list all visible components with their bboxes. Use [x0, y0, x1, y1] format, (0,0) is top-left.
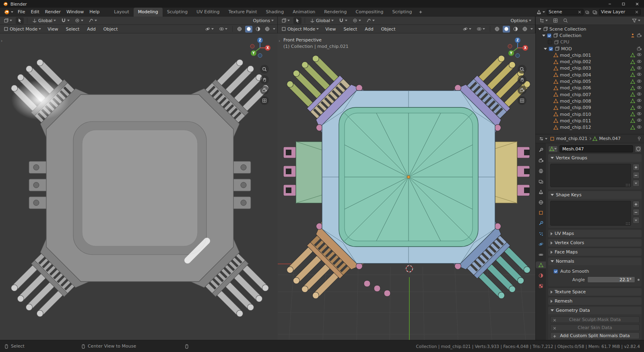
snap-toggle[interactable]	[60, 17, 71, 24]
unlink-scene-icon[interactable]	[578, 10, 582, 14]
panel-uv-maps[interactable]: UV Maps	[548, 230, 642, 237]
falloff-dropdown[interactable]	[365, 17, 376, 24]
proportional-editing-toggle[interactable]	[73, 17, 85, 24]
gizmos-dropdown[interactable]	[204, 26, 215, 33]
shading-wireframe-button[interactable]	[493, 26, 501, 33]
new-scene-button[interactable]	[584, 8, 591, 15]
add-workspace-button[interactable]	[416, 8, 425, 16]
mesh-name-field[interactable]: Mesh.047	[559, 145, 633, 152]
browse-mesh-data-button[interactable]	[548, 146, 558, 152]
disable-in-renders-icon[interactable]	[637, 46, 642, 51]
fake-user-button[interactable]	[635, 146, 642, 152]
editor-type-button[interactable]	[280, 17, 291, 24]
options-dropdown[interactable]: Options	[509, 17, 533, 24]
outliner-item-collection[interactable]: Collection	[536, 32, 644, 39]
remove-vertex-group-button[interactable]	[633, 172, 640, 179]
outliner-item-mod-chip[interactable]: mod_chip.008	[536, 98, 644, 104]
panel-vertex-colors[interactable]: Vertex Colors	[548, 239, 642, 247]
ortho-toggle-button[interactable]	[260, 96, 269, 105]
scene-browse-button[interactable]	[535, 8, 547, 15]
tab-texture-paint[interactable]: Texture Paint	[224, 8, 262, 16]
ortho-toggle-button[interactable]	[518, 96, 526, 105]
pan-hand-button[interactable]	[518, 75, 526, 84]
breadcrumb-data-name[interactable]: Mesh.047	[599, 136, 620, 141]
pin-id-icon[interactable]	[637, 136, 642, 141]
zoom-button[interactable]	[260, 65, 269, 74]
editor-type-button[interactable]	[538, 135, 548, 142]
pan-hand-button[interactable]	[260, 75, 269, 84]
menu-select[interactable]: Select	[341, 25, 360, 33]
tab-compositing[interactable]: Compositing	[351, 8, 388, 16]
tab-object[interactable]	[536, 209, 546, 216]
panel-shape-keys[interactable]: Shape Keys	[548, 191, 642, 199]
minimize-button[interactable]	[603, 0, 617, 8]
angle-slider[interactable]: 22.1°	[587, 276, 635, 283]
menu-select[interactable]: Select	[63, 25, 82, 33]
add-shape-key-button[interactable]	[633, 201, 640, 208]
outliner-item-mod-chip[interactable]: mod_chip.004	[536, 72, 644, 78]
shading-material-button[interactable]	[512, 26, 519, 33]
tab-texture[interactable]	[536, 282, 546, 289]
add-custom-split-normals-button[interactable]: Add Custom Split Normals Data	[550, 332, 640, 339]
tab-render[interactable]	[536, 157, 546, 164]
tab-scene[interactable]	[536, 188, 546, 195]
tab-particles[interactable]	[536, 230, 546, 237]
tab-shading[interactable]: Shading	[262, 8, 289, 16]
tab-uv-editing[interactable]: UV Editing	[192, 8, 224, 16]
menu-help[interactable]: Help	[87, 8, 102, 16]
view-layer-browse-button[interactable]	[591, 8, 599, 15]
shading-rendered-button[interactable]	[521, 26, 528, 33]
tab-output[interactable]	[536, 167, 546, 174]
filter-button[interactable]	[630, 17, 642, 24]
menu-edit[interactable]: Edit	[28, 8, 42, 16]
list-resize-grip[interactable]	[626, 184, 627, 185]
camera-view-button[interactable]	[518, 86, 526, 95]
overlays-dropdown[interactable]	[217, 26, 229, 33]
hide-in-viewport-eye-icon[interactable]	[637, 112, 642, 117]
panel-geometry-data[interactable]: Geometry Data	[548, 307, 642, 314]
outliner-item-mod-chip[interactable]: mod_chip.012	[536, 124, 644, 130]
hide-in-viewport-eye-icon[interactable]	[637, 66, 642, 71]
transform-orientation-dropdown[interactable]: Global	[308, 17, 335, 24]
panel-texture-space[interactable]: Texture Space	[548, 288, 642, 296]
view-layer-selector[interactable]: View Layer	[599, 9, 641, 15]
panel-face-maps[interactable]: Face Maps	[548, 248, 642, 256]
transform-orientation-dropdown[interactable]: Global	[31, 17, 58, 24]
hide-in-viewport-eye-icon[interactable]	[637, 60, 642, 64]
menu-render[interactable]: Render	[42, 8, 64, 16]
tab-modeling[interactable]: Modeling	[134, 8, 163, 16]
tab-scripting[interactable]: Scripting	[388, 8, 416, 16]
outliner-item-mod-chip[interactable]: mod_chip.002	[536, 58, 644, 65]
add-vertex-group-button[interactable]	[633, 164, 640, 171]
navigation-gizmo[interactable]: Z Y X	[506, 37, 529, 59]
tab-layout[interactable]: Layout	[109, 8, 133, 16]
menu-add[interactable]: Add	[84, 25, 98, 33]
zoom-button[interactable]	[518, 65, 526, 74]
outliner-item-mod-chip[interactable]: mod_chip.006	[536, 85, 644, 91]
mode-dropdown[interactable]: Object Mode	[2, 26, 43, 33]
list-resize-grip[interactable]	[626, 222, 627, 223]
tab-tool[interactable]	[536, 146, 546, 153]
outliner-search-button[interactable]	[561, 17, 570, 24]
tab-rendering[interactable]: Rendering	[320, 8, 351, 16]
viewport-canvas-right[interactable]: › Front Perspective (1) Collection | mod…	[278, 33, 535, 340]
menu-view[interactable]: View	[322, 25, 339, 33]
hide-in-viewport-eye-icon[interactable]	[637, 53, 642, 58]
hide-in-viewport-eye-icon[interactable]	[637, 72, 642, 77]
navigation-gizmo[interactable]: Z Y X	[249, 37, 271, 59]
outliner-item-mod-chip[interactable]: mod_chip.007	[536, 91, 644, 98]
close-button[interactable]	[630, 0, 644, 8]
tab-material[interactable]	[536, 272, 546, 279]
vertex-groups-list[interactable]	[550, 164, 631, 187]
outliner-item-mod-chip[interactable]: mod_chip.003	[536, 65, 644, 72]
shading-solid-button[interactable]	[245, 26, 252, 33]
tab-view-layer[interactable]	[536, 178, 546, 185]
disable-in-renders-icon[interactable]	[637, 33, 642, 38]
menu-add[interactable]: Add	[362, 25, 376, 33]
hide-in-viewport-eye-icon[interactable]	[637, 118, 642, 123]
vertex-group-specials-menu[interactable]	[633, 180, 640, 187]
hide-in-viewport-eye-icon[interactable]	[637, 125, 642, 130]
exclude-person-icon[interactable]	[630, 33, 635, 38]
panel-vertex-groups[interactable]: Vertex Groups	[548, 154, 642, 162]
collection-checkbox[interactable]	[549, 47, 553, 51]
